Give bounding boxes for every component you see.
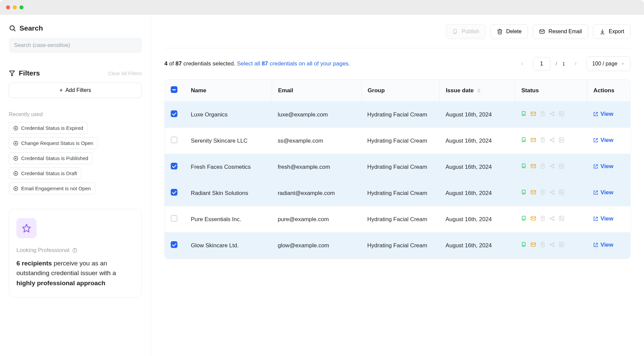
row-checkbox[interactable] [171, 241, 177, 248]
mail-status-icon [530, 163, 536, 171]
cell-group: Hydrating Facial Cream [361, 102, 439, 128]
cert-status-icon [521, 189, 527, 197]
svg-point-62 [560, 165, 561, 165]
svg-line-72 [551, 193, 553, 194]
col-name[interactable]: Name [185, 80, 272, 102]
cell-email: radiant@example.com [272, 180, 361, 206]
recent-filter-chip[interactable]: Credential Status is Published [9, 152, 93, 164]
plus-circle-icon [13, 125, 18, 131]
col-email[interactable]: Email [272, 80, 361, 102]
recent-filter-chip[interactable]: Credential Status is Draft [9, 167, 82, 179]
cert-status-icon [521, 137, 527, 145]
svg-line-32 [551, 112, 553, 113]
page-input[interactable] [533, 57, 550, 70]
chevron-down-icon [621, 62, 625, 66]
svg-line-85 [551, 219, 553, 220]
share-status-icon [549, 111, 555, 118]
trash-icon [497, 29, 503, 35]
select-all-link[interactable]: Select all 87 credentials on all of your… [237, 60, 350, 67]
prev-page-button[interactable] [517, 58, 528, 69]
doc-status-icon [540, 137, 546, 145]
cell-issue-date: August 16th, 2024 [439, 128, 515, 154]
mail-status-icon [530, 111, 536, 118]
search-heading: Search [9, 24, 142, 32]
insight-card-title: Looking Professional [16, 247, 134, 254]
cell-email: luxe@example.com [272, 102, 361, 128]
insight-card-body: 6 recipients perceive you as an outstand… [16, 258, 134, 288]
window-titlebar [0, 0, 644, 15]
recent-filter-chip[interactable]: Credential Status is Expired [9, 122, 88, 134]
total-pages: 1 [562, 61, 565, 66]
share-status-icon [549, 215, 555, 223]
svg-line-97 [551, 243, 553, 244]
table-row[interactable]: Radiant Skin Solutionsradiant@example.co… [165, 180, 630, 206]
search-input[interactable] [9, 38, 142, 53]
recently-used-heading: Recently used [9, 111, 142, 117]
window-minimize-dot[interactable] [13, 5, 17, 9]
doc-status-icon [540, 111, 546, 118]
cell-group: Hydrating Facial Cream [361, 233, 439, 259]
view-link[interactable]: View [593, 163, 613, 170]
svg-point-88 [560, 217, 561, 218]
filters-heading-text: Filters [19, 69, 40, 77]
clear-filters-link[interactable]: Clear All Filters [108, 70, 142, 76]
per-page-select[interactable]: 100 / page [586, 56, 631, 71]
linkedin-status-icon [558, 163, 565, 171]
row-checkbox[interactable] [171, 189, 177, 196]
window-close-dot[interactable] [6, 5, 10, 9]
status-icons [521, 242, 565, 249]
resend-email-button[interactable]: Resend Email [533, 24, 588, 39]
row-checkbox[interactable] [171, 215, 177, 222]
svg-line-59 [551, 166, 553, 167]
plus-circle-icon [13, 141, 18, 146]
export-button[interactable]: Export [593, 24, 631, 39]
recent-filter-chip[interactable]: Change Request Status is Open [9, 137, 98, 149]
svg-line-84 [551, 217, 553, 218]
chip-label: Credential Status is Published [21, 155, 88, 161]
col-group[interactable]: Group [361, 80, 439, 102]
view-link[interactable]: View [593, 215, 613, 222]
svg-point-36 [560, 112, 561, 113]
cell-group: Hydrating Facial Cream [361, 154, 439, 180]
row-checkbox[interactable] [171, 137, 177, 143]
search-icon [9, 24, 16, 32]
add-filters-button[interactable]: + Add Filters [9, 83, 142, 98]
view-link[interactable]: View [593, 242, 613, 248]
view-link[interactable]: View [593, 111, 613, 117]
doc-status-icon [540, 215, 546, 223]
share-status-icon [549, 137, 555, 145]
chip-label: Credential Status is Draft [21, 170, 77, 176]
table-row[interactable]: Luxe Organicsluxe@example.comHydrating F… [165, 102, 630, 128]
col-issue-date[interactable]: Issue date [439, 80, 515, 102]
cell-name: Pure Essentials Inc. [185, 206, 272, 233]
plus-circle-icon [13, 186, 18, 191]
svg-point-21 [74, 249, 75, 250]
window-zoom-dot[interactable] [19, 5, 23, 9]
select-all-checkbox[interactable] [171, 86, 177, 93]
insight-card: Looking Professional 6 recipients percei… [9, 209, 142, 298]
info-icon[interactable] [72, 248, 77, 253]
doc-status-icon [540, 242, 546, 249]
sort-icon [477, 89, 481, 93]
table-row[interactable]: Serenity Skincare LLCss@example.comHydra… [165, 128, 630, 154]
credentials-table: Name Email Group Issue date Status Actio… [164, 79, 631, 259]
view-link[interactable]: View [593, 137, 613, 144]
cell-email: glow@example.com [272, 233, 361, 259]
cell-name: Glow Skincare Ltd. [185, 233, 272, 259]
table-row[interactable]: Glow Skincare Ltd.glow@example.comHydrat… [165, 233, 630, 259]
mail-status-icon [530, 215, 536, 223]
table-row[interactable]: Pure Essentials Inc.pure@example.comHydr… [165, 206, 630, 233]
recent-filter-chip[interactable]: Email Engagement is not Open [9, 183, 95, 194]
cell-email: pure@example.com [272, 206, 361, 233]
plus-circle-icon [13, 171, 18, 176]
row-checkbox[interactable] [171, 110, 177, 117]
toolbar: Publish Delete Resend Email [164, 15, 631, 48]
table-row[interactable]: Fresh Faces Cosmeticsfresh@example.comHy… [165, 154, 630, 180]
row-checkbox[interactable] [171, 163, 177, 169]
delete-button[interactable]: Delete [490, 24, 528, 39]
view-link[interactable]: View [593, 189, 613, 196]
status-icons [521, 189, 565, 197]
mail-status-icon [530, 242, 536, 249]
next-page-button[interactable] [570, 58, 581, 69]
svg-line-45 [551, 139, 553, 140]
